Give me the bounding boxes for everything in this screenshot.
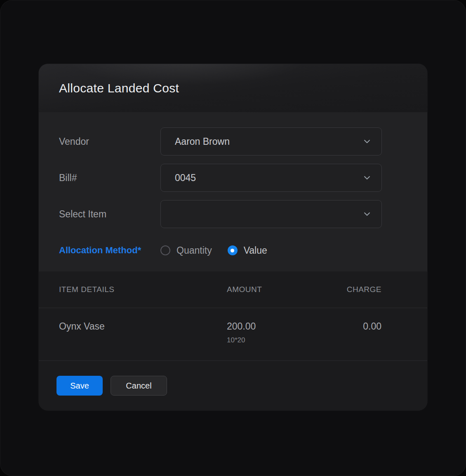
cell-amount: 200.00 10*20 (227, 321, 303, 344)
vendor-selected-value: Aaron Brown (175, 136, 230, 147)
cell-amount-subtext: 10*20 (227, 336, 303, 344)
cell-item-name: Oynx Vase (59, 321, 227, 332)
allocate-landed-cost-dialog: Allocate Landed Cost Vendor Aaron Brown … (39, 64, 427, 410)
radio-value-icon (228, 245, 238, 255)
page-background: Allocate Landed Cost Vendor Aaron Brown … (0, 0, 466, 476)
cell-amount-value: 200.00 (227, 321, 303, 332)
radio-quantity-label: Quantity (177, 245, 212, 256)
allocation-method-label: Allocation Method* (59, 245, 160, 256)
bill-selected-value: 0045 (175, 172, 196, 184)
select-item-field-row: Select Item (59, 200, 382, 228)
bill-field-row: Bill# 0045 (59, 164, 382, 192)
vendor-field-row: Vendor Aaron Brown (59, 127, 382, 156)
dialog-footer: Save Cancel (39, 361, 427, 410)
cancel-button[interactable]: Cancel (111, 376, 167, 396)
bill-select[interactable]: 0045 (160, 164, 382, 192)
dialog-header: Allocate Landed Cost (39, 64, 427, 112)
vendor-select[interactable]: Aaron Brown (160, 127, 382, 156)
dialog-title: Allocate Landed Cost (59, 81, 179, 95)
table-header-row: ITEM DETAILS AMOUNT CHARGE (39, 271, 427, 308)
vendor-label: Vendor (59, 136, 160, 147)
radio-option-value[interactable]: Value (228, 245, 267, 256)
chevron-down-icon (362, 210, 372, 219)
column-header-item-details: ITEM DETAILS (59, 285, 227, 294)
form-section: Vendor Aaron Brown Bill# 0045 (39, 112, 427, 271)
items-table: ITEM DETAILS AMOUNT CHARGE Oynx Vase 200… (39, 271, 427, 361)
chevron-down-icon (362, 173, 372, 182)
chevron-down-icon (362, 137, 372, 146)
item-select[interactable] (160, 200, 382, 228)
cell-charge: 0.00 (303, 321, 381, 332)
table-row: Oynx Vase 200.00 10*20 0.00 (39, 308, 427, 361)
save-button[interactable]: Save (56, 376, 103, 396)
select-item-label: Select Item (59, 209, 160, 220)
bill-label: Bill# (59, 172, 160, 184)
radio-quantity-icon (160, 245, 170, 255)
allocation-method-row: Allocation Method* Quantity Value (59, 241, 382, 259)
radio-value-label: Value (244, 245, 267, 256)
allocation-method-radio-group: Quantity Value (160, 245, 382, 256)
radio-option-quantity[interactable]: Quantity (160, 245, 212, 256)
column-header-amount: AMOUNT (227, 285, 303, 294)
column-header-charge: CHARGE (303, 285, 381, 294)
